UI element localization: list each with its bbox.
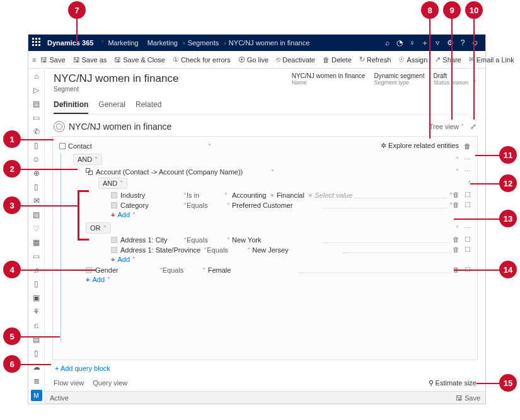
value-input[interactable]: New Jersey — [252, 246, 340, 254]
rail-tree-icon[interactable]: ⚘ — [32, 307, 42, 317]
rail-form-icon[interactable]: ▤ — [32, 210, 42, 220]
rail-stack-icon[interactable]: ≣ — [32, 376, 42, 386]
field-selector[interactable]: Gender — [86, 266, 163, 274]
operator-or[interactable]: OR — [86, 222, 111, 234]
checkbox-icon[interactable]: ☐ — [465, 191, 471, 199]
tab-related[interactable]: Related — [136, 98, 161, 114]
operator-and-1[interactable]: AND — [73, 154, 102, 165]
operator-selector[interactable]: Equals — [163, 266, 208, 274]
fullscreen-icon[interactable]: ⤢ — [470, 122, 477, 131]
assign-button[interactable]: ☉Assign — [395, 55, 430, 64]
value-input[interactable]: Accounting× Financial× Select value — [232, 191, 352, 199]
rail-area-switch[interactable]: M — [31, 390, 42, 401]
related-entity-selector[interactable]: Account (Contact -> Account (Company Nam… — [86, 168, 274, 176]
deactivate-button[interactable]: ⦸Deactivate — [273, 55, 318, 64]
field-selector[interactable]: Industry — [111, 191, 187, 199]
area-label[interactable]: Marketing — [108, 39, 138, 47]
hamburger-icon[interactable]: ≡ — [32, 56, 36, 64]
add-clause-button[interactable]: +Add — [86, 276, 110, 283]
footer-save-button[interactable]: 🖫 Save — [456, 394, 480, 402]
delete-block-icon[interactable]: 🗑 — [464, 142, 471, 150]
operator-label: Equals — [187, 201, 208, 209]
delete-clause-icon[interactable]: 🗑 — [453, 201, 459, 209]
save-close-button[interactable]: 🖫Save & Close — [111, 56, 168, 64]
estimate-size-button[interactable]: ⚲ Estimate size — [429, 379, 477, 387]
operator-and-2[interactable]: AND — [98, 178, 127, 189]
brand-chevron-icon[interactable] — [101, 39, 104, 47]
rail-link-icon[interactable]: ⎌ — [32, 321, 42, 331]
breadcrumb-2[interactable]: Segments — [188, 39, 219, 47]
flow-view-button[interactable]: Flow view — [54, 379, 84, 387]
tab-general[interactable]: General — [98, 98, 125, 114]
rail-home-icon[interactable]: ⌂ — [32, 71, 42, 81]
delete-clause-icon[interactable]: 🗑 — [453, 236, 459, 244]
remove-chip-icon[interactable]: × — [308, 191, 312, 199]
rail-image-icon[interactable]: ▣ — [32, 293, 42, 303]
group-menu-icon[interactable] — [464, 167, 471, 176]
go-live-button[interactable]: ⦿Go live — [235, 56, 272, 64]
search-icon[interactable]: ⌕ — [381, 38, 393, 47]
value-input[interactable]: Preferred Customer — [232, 201, 320, 209]
save-as-label: Save as — [82, 56, 107, 64]
group-menu-icon[interactable] — [464, 224, 471, 232]
breadcrumb-3[interactable]: NYC/NJ women in finance — [229, 39, 309, 47]
rail-copy-icon[interactable]: ▯ — [32, 348, 42, 358]
remove-chip-icon[interactable]: × — [270, 191, 274, 199]
operator-selector[interactable]: Equals — [187, 201, 232, 209]
check-errors-button[interactable]: ①Check for errors — [170, 55, 234, 64]
checkbox-icon[interactable]: ☐ — [465, 246, 471, 254]
collapse-group-icon[interactable] — [456, 156, 459, 164]
rail-chat-icon[interactable]: ✉ — [32, 196, 42, 206]
value-input[interactable]: New York — [232, 236, 320, 244]
group-menu-icon[interactable] — [464, 156, 471, 164]
rail-doc-icon[interactable]: ▯ — [32, 279, 42, 289]
collapse-group-icon[interactable] — [456, 167, 459, 176]
settings-icon[interactable]: ⚙ — [444, 38, 456, 47]
delete-button[interactable]: 🗑Delete — [320, 56, 355, 64]
tree-view-toggle[interactable]: Tree view — [429, 123, 464, 130]
checkbox-icon[interactable]: ☐ — [465, 236, 471, 244]
field-selector[interactable]: Address 1: State/Province — [111, 246, 207, 254]
field-selector[interactable]: Category — [111, 201, 187, 209]
app-launcher-icon[interactable] — [32, 38, 42, 48]
operator-selector[interactable]: Equals — [187, 236, 232, 244]
checkbox-icon[interactable]: ☐ — [465, 201, 471, 209]
task-icon[interactable]: ◔ — [393, 38, 406, 47]
rail-calendar-icon[interactable]: ▭ — [32, 251, 42, 261]
add-query-block-button[interactable]: + Add query block — [55, 365, 110, 372]
rail-list-icon[interactable]: ▤ — [32, 99, 42, 109]
operator-selector[interactable]: Is in — [187, 191, 232, 199]
rail-book-icon[interactable]: ▯ — [32, 140, 42, 150]
help-icon[interactable]: ? — [456, 38, 469, 47]
rail-card-icon[interactable]: ▭ — [32, 113, 42, 123]
delete-clause-icon[interactable]: 🗑 — [453, 191, 459, 199]
collapse-group-icon[interactable] — [456, 224, 459, 232]
query-view-button[interactable]: Query view — [93, 379, 127, 387]
assistant-icon[interactable]: ♀ — [406, 38, 419, 47]
field-selector[interactable]: Address 1: City — [111, 236, 187, 244]
user-icon[interactable]: ☺ — [469, 38, 482, 47]
breadcrumb-1[interactable]: Marketing — [147, 39, 178, 47]
refresh-button[interactable]: ↻Refresh — [356, 55, 395, 64]
share-button[interactable]: ↗Share — [432, 55, 464, 64]
value-input[interactable]: Female — [208, 266, 296, 274]
rail-phone-icon[interactable]: ✆ — [32, 127, 42, 137]
related-entity-label: Account (Contact -> Account (Company Nam… — [96, 168, 243, 176]
rail-person-icon[interactable]: ☺ — [32, 154, 42, 164]
email-link-label: Email a Link — [477, 56, 514, 64]
operator-selector[interactable]: Equals — [207, 246, 252, 254]
filter-icon[interactable]: ▿ — [431, 38, 444, 47]
rail-note-icon[interactable]: ▯ — [32, 182, 42, 192]
add-clause-button[interactable]: +Add — [111, 256, 136, 263]
rail-play-icon[interactable]: ▷ — [32, 85, 42, 95]
root-entity-selector[interactable]: Contact — [59, 142, 211, 150]
explore-related-button[interactable]: ✲ Explore related entities — [381, 142, 459, 150]
delete-clause-icon[interactable]: 🗑 — [453, 246, 459, 254]
save-as-button[interactable]: 🖫Save as — [70, 56, 110, 64]
rail-grid-icon[interactable]: ▦ — [32, 237, 42, 247]
tab-definition[interactable]: Definition — [54, 98, 88, 114]
rail-heart-icon[interactable]: ♡ — [32, 224, 42, 234]
chevron-down-icon — [132, 211, 136, 219]
add-clause-button[interactable]: +Add — [111, 211, 136, 219]
save-button[interactable]: 🖫Save — [37, 56, 68, 64]
